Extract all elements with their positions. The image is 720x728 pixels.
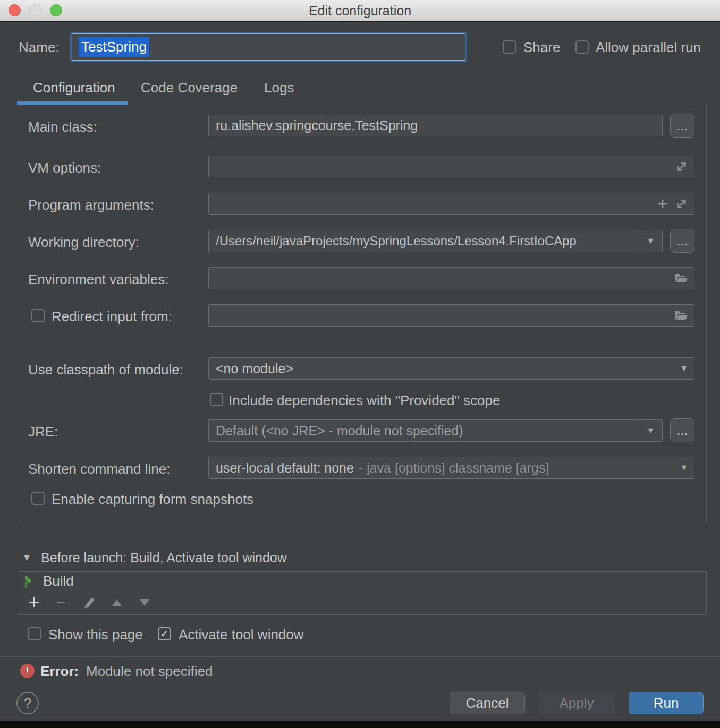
cancel-button[interactable]: Cancel (450, 692, 525, 714)
tab-configuration[interactable]: Configuration (33, 80, 115, 96)
main-class-input[interactable]: ru.alishev.springcourse.TestSpring (208, 115, 663, 136)
error-message: Module not specified (86, 663, 213, 680)
list-item-build[interactable]: Build (19, 572, 706, 590)
main-class-value: ru.alishev.springcourse.TestSpring (216, 118, 418, 133)
edit-configuration-dialog: Edit configuration Name: TestSpring Shar… (0, 0, 720, 728)
main-class-browse-button[interactable]: ... (670, 114, 694, 138)
name-input[interactable]: TestSpring (72, 33, 465, 61)
show-this-page-checkbox[interactable] (28, 627, 41, 640)
working-directory-combobox[interactable]: /Users/neil/javaProjects/mySpringLessons… (208, 230, 663, 252)
vm-options-input[interactable] (208, 156, 694, 177)
vm-options-label: VM options: (28, 160, 101, 176)
include-provided-label[interactable]: Include dependencies with "Provided" sco… (228, 392, 500, 409)
move-up-icon[interactable] (111, 598, 139, 607)
error-icon: ! (20, 664, 35, 678)
remove-icon[interactable] (56, 597, 83, 608)
help-button[interactable]: ? (16, 692, 39, 714)
window-bottom-edge (0, 721, 720, 728)
main-class-label: Main class: (28, 119, 97, 135)
shorten-command-line-hint: - java [options] classname [args] (359, 460, 549, 476)
run-button[interactable]: Run (629, 692, 704, 714)
use-classpath-combobox[interactable]: <no module> ▼ (208, 357, 694, 380)
use-classpath-value: <no module> (216, 361, 293, 376)
name-value-selected-text: TestSpring (79, 37, 149, 57)
chevron-down-icon: ▼ (680, 364, 688, 373)
before-launch-separator (303, 558, 707, 558)
show-this-page-label[interactable]: Show this page (48, 627, 143, 643)
before-launch-header[interactable]: Before launch: Build, Activate tool wind… (41, 550, 287, 566)
include-provided-checkbox[interactable] (210, 393, 223, 406)
hammer-icon (23, 574, 37, 588)
chevron-down-icon: ▼ (647, 426, 655, 435)
titlebar: Edit configuration (0, 0, 720, 22)
working-directory-browse-button[interactable]: ... (670, 229, 694, 253)
redirect-input-label[interactable]: Redirect input from: (52, 309, 172, 325)
activate-tool-window-label[interactable]: Activate tool window (179, 627, 304, 643)
shorten-command-line-label: Shorten command line: (28, 461, 170, 477)
jre-value: Default (<no JRE> - module not specified… (216, 423, 463, 439)
check-icon: ✓ (160, 629, 169, 639)
before-launch-list: Build (19, 571, 707, 615)
environment-variables-label: Environment variables: (28, 271, 168, 288)
error-prefix: Error: (40, 663, 79, 680)
enable-capturing-label[interactable]: Enable capturing form snapshots (52, 491, 253, 508)
before-launch-toolbar (19, 590, 706, 614)
list-item-label: Build (43, 573, 74, 589)
program-arguments-input[interactable] (208, 193, 694, 215)
collapse-triangle-icon[interactable]: ▼ (22, 552, 32, 563)
shorten-command-line-value: user-local default: none (216, 460, 354, 476)
apply-button[interactable]: Apply (539, 692, 614, 714)
jre-combobox[interactable]: Default (<no JRE> - module not specified… (208, 419, 663, 442)
move-down-icon[interactable] (139, 598, 166, 607)
name-label: Name: (19, 39, 60, 56)
chevron-down-icon: ▼ (680, 464, 688, 472)
footer-divider (0, 656, 720, 657)
jre-label: JRE: (28, 424, 58, 440)
tab-logs[interactable]: Logs (264, 80, 294, 96)
enable-capturing-checkbox[interactable] (31, 492, 45, 505)
program-arguments-label: Program arguments: (28, 197, 154, 213)
use-classpath-label: Use classpath of module: (28, 362, 183, 378)
expand-icon[interactable] (675, 160, 688, 173)
add-icon[interactable] (28, 596, 56, 609)
share-checkbox[interactable] (503, 40, 516, 54)
redirect-input-input[interactable] (208, 304, 694, 327)
jre-browse-button[interactable]: ... (670, 418, 694, 442)
redirect-input-checkbox[interactable] (31, 309, 45, 322)
shorten-command-line-combobox[interactable]: user-local default: none - java [options… (208, 457, 694, 479)
allow-parallel-run-label[interactable]: Allow parallel run (596, 39, 701, 56)
jre-dropdown[interactable]: ▼ (639, 420, 662, 441)
working-directory-value: /Users/neil/javaProjects/mySpringLessons… (216, 234, 577, 249)
plus-icon[interactable] (656, 198, 669, 210)
working-directory-dropdown[interactable]: ▼ (639, 230, 662, 252)
allow-parallel-run-checkbox[interactable] (575, 40, 589, 54)
folder-icon[interactable] (674, 272, 688, 284)
window-title: Edit configuration (0, 3, 720, 19)
activate-tool-window-checkbox[interactable]: ✓ (158, 627, 171, 640)
edit-icon[interactable] (83, 596, 111, 609)
share-label[interactable]: Share (523, 39, 560, 56)
chevron-down-icon: ▼ (647, 237, 655, 245)
working-directory-label: Working directory: (28, 234, 139, 251)
tab-code-coverage[interactable]: Code Coverage (141, 80, 238, 96)
environment-variables-input[interactable] (208, 267, 694, 289)
folder-icon[interactable] (674, 310, 688, 321)
expand-icon[interactable] (675, 198, 688, 210)
